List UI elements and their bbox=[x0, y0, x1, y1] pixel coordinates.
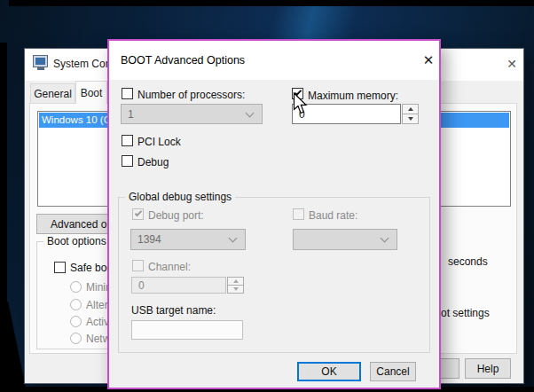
global-debug-settings-group: Global debug settings Debug port: 1394 B… bbox=[118, 197, 430, 353]
debug-port-label: Debug port: bbox=[148, 209, 204, 222]
number-of-processors-value: 1 bbox=[128, 108, 134, 121]
safe-boot-label: Safe boo bbox=[70, 262, 113, 274]
spin-up-button[interactable] bbox=[403, 105, 418, 114]
debug-port-dropdown: 1394 bbox=[130, 229, 246, 250]
arrow-down-icon bbox=[233, 287, 239, 291]
dialog-titlebar: BOOT Advanced Options ✕ bbox=[109, 41, 439, 80]
debug-label: Debug bbox=[137, 156, 169, 169]
debug-port-checkbox bbox=[132, 208, 144, 220]
safe-boot-active-radio bbox=[70, 316, 82, 327]
safe-boot-checkbox[interactable] bbox=[54, 262, 66, 273]
check-icon bbox=[294, 89, 302, 96]
help-button-label: Help bbox=[477, 363, 499, 375]
tab-boot-label: Boot bbox=[81, 87, 103, 99]
system-configuration-title: System Conf bbox=[53, 58, 114, 70]
dialog-title: BOOT Advanced Options bbox=[121, 54, 245, 67]
close-icon[interactable]: ✕ bbox=[420, 51, 437, 69]
tab-general-label: General bbox=[34, 88, 72, 100]
boot-advanced-options-dialog: BOOT Advanced Options ✕ Number of proces… bbox=[107, 39, 441, 389]
baud-rate-checkbox bbox=[293, 208, 304, 220]
chevron-down-icon bbox=[246, 108, 255, 117]
arrow-down-icon bbox=[408, 117, 413, 121]
debug-checkbox[interactable] bbox=[122, 155, 133, 167]
tab-general[interactable]: General bbox=[30, 83, 75, 104]
safe-boot-minimal-radio bbox=[70, 281, 82, 293]
tab-boot[interactable]: Boot bbox=[75, 81, 107, 104]
spin-down-button[interactable] bbox=[403, 114, 418, 123]
cancel-button-label: Cancel bbox=[376, 365, 409, 378]
usb-target-name-input bbox=[131, 320, 243, 340]
debug-port-value: 1394 bbox=[137, 233, 161, 246]
ok-button[interactable]: OK bbox=[297, 362, 361, 381]
timeout-seconds-label: seconds bbox=[448, 255, 488, 268]
usb-target-name-label: USB target name: bbox=[131, 304, 216, 317]
close-icon[interactable]: ✕ bbox=[502, 54, 522, 74]
spin-down-button bbox=[228, 285, 243, 293]
number-of-processors-dropdown: 1 bbox=[121, 104, 263, 124]
desktop-top-bar bbox=[9, 0, 534, 6]
number-of-processors-label: Number of processors: bbox=[137, 89, 245, 101]
baud-rate-label: Baud rate: bbox=[309, 209, 357, 222]
arrow-up-icon bbox=[233, 279, 239, 283]
pci-lock-checkbox[interactable] bbox=[122, 135, 133, 146]
maximum-memory-checkbox[interactable] bbox=[292, 88, 303, 99]
chevron-down-icon bbox=[381, 234, 389, 243]
maximum-memory-label: Maximum memory: bbox=[308, 90, 398, 102]
safe-boot-network-radio bbox=[70, 333, 82, 344]
global-debug-settings-label: Global debug settings bbox=[125, 191, 235, 203]
check-icon bbox=[135, 209, 142, 216]
number-of-processors-checkbox[interactable] bbox=[122, 88, 133, 99]
spin-up-button bbox=[228, 278, 243, 285]
chevron-down-icon bbox=[229, 234, 238, 243]
channel-label: Channel: bbox=[148, 261, 191, 273]
channel-spinner bbox=[227, 277, 244, 294]
safe-boot-alternate-radio bbox=[70, 299, 82, 310]
help-button[interactable]: Help bbox=[465, 358, 511, 379]
channel-checkbox bbox=[132, 260, 144, 271]
channel-input: 0 bbox=[131, 277, 226, 294]
system-configuration-icon bbox=[34, 56, 49, 71]
maximum-memory-input[interactable]: 0 bbox=[292, 104, 401, 124]
boot-settings-label: ot settings bbox=[441, 307, 490, 319]
maximum-memory-spinner[interactable] bbox=[402, 104, 419, 124]
ok-button-label: OK bbox=[321, 365, 336, 378]
boot-entry-label: Windows 10 (C bbox=[42, 114, 111, 125]
advanced-options-button-label: Advanced op bbox=[51, 218, 113, 231]
pci-lock-label: PCI Lock bbox=[137, 136, 181, 148]
desktop: System Conf ✕ General Boot Windows 10 (C… bbox=[0, 0, 534, 392]
arrow-up-icon bbox=[408, 107, 413, 111]
channel-value: 0 bbox=[138, 279, 145, 292]
baud-rate-dropdown bbox=[293, 229, 397, 250]
boot-options-group-label: Boot options bbox=[43, 235, 110, 247]
cancel-button[interactable]: Cancel bbox=[370, 362, 416, 381]
maximum-memory-value: 0 bbox=[299, 108, 305, 121]
desktop-corner-wedge bbox=[0, 302, 27, 392]
